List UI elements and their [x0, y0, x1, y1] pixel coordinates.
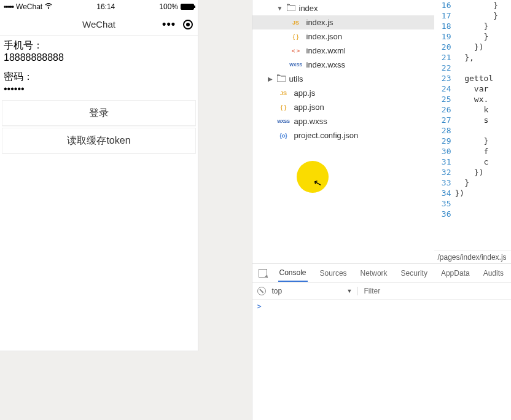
code-line[interactable]: s: [455, 115, 512, 125]
line-number: 36: [434, 209, 451, 219]
line-number: 32: [434, 167, 451, 177]
chevron-down-icon: ▼: [347, 288, 353, 294]
tab-audits[interactable]: Audits: [482, 264, 505, 282]
file-item[interactable]: < >index.wxml: [252, 44, 434, 58]
line-number: 17: [434, 10, 451, 21]
line-number: 23: [434, 73, 451, 84]
code-line[interactable]: }): [455, 42, 512, 52]
console-prompt-icon: >: [257, 302, 262, 311]
battery-icon: [181, 4, 194, 10]
tab-security[interactable]: Security: [400, 264, 429, 282]
code-line[interactable]: [455, 125, 512, 136]
code-line[interactable]: }: [455, 0, 512, 10]
folder-icon: [287, 4, 295, 13]
line-number: 29: [434, 136, 451, 146]
password-label: 密码：: [0, 67, 198, 84]
tab-console[interactable]: Console: [278, 264, 308, 282]
line-number: 34: [434, 188, 451, 198]
file-name: index.wxml: [306, 46, 346, 55]
line-number: 30: [434, 146, 451, 157]
phone-input[interactable]: 18888888888: [0, 52, 198, 67]
code-editor[interactable]: 1617181920212223242526272829303132333435…: [434, 0, 512, 263]
wxss-file-icon: WXSS: [277, 119, 291, 123]
file-item[interactable]: {o}project.config.json: [252, 128, 434, 142]
code-line[interactable]: }: [455, 21, 512, 31]
inspect-icon[interactable]: [259, 269, 267, 278]
line-number: 18: [434, 21, 451, 31]
line-number: 20: [434, 42, 451, 52]
line-number: 27: [434, 115, 451, 125]
code-line[interactable]: }: [455, 31, 512, 42]
breadcrumb[interactable]: /pages/index/index.js: [434, 250, 512, 263]
folder-utils[interactable]: ▶ utils: [252, 72, 434, 86]
chevron-down-icon: ▼: [277, 5, 283, 12]
navbar-actions: •••: [162, 18, 193, 31]
json-file-icon: { }: [289, 34, 303, 40]
chevron-right-icon: ▶: [267, 76, 273, 82]
context-select[interactable]: top ▼: [272, 287, 358, 295]
simulator-pane: ••••• WeChat 16:14 100% WeChat •••: [0, 0, 252, 420]
code-line[interactable]: }): [455, 188, 512, 198]
signal-dots-icon: •••••: [4, 2, 14, 11]
file-item[interactable]: { }app.json: [252, 100, 434, 114]
status-right: 100%: [159, 2, 194, 11]
file-name: index.js: [306, 18, 334, 27]
folder-icon: [277, 74, 286, 84]
code-line[interactable]: }): [455, 167, 512, 177]
tab-appdata[interactable]: AppData: [440, 264, 471, 282]
devtools-tabs: ConsoleSourcesNetworkSecurityAppDataAudi…: [252, 264, 512, 282]
app-root: ••••• WeChat 16:14 100% WeChat •••: [0, 0, 511, 420]
code-line[interactable]: wx.: [455, 94, 512, 104]
file-name: app.js: [294, 88, 316, 98]
more-icon[interactable]: •••: [162, 18, 176, 31]
file-item[interactable]: WXSSindex.wxss: [252, 58, 434, 72]
file-item[interactable]: WXSSapp.wxss: [252, 114, 434, 128]
tab-network[interactable]: Network: [359, 264, 389, 282]
devtools-pane: ▼ index JSindex.js{ }index.json< >index.…: [252, 0, 512, 420]
file-name: project.config.json: [294, 131, 359, 140]
code-line[interactable]: }: [455, 136, 512, 146]
code-line[interactable]: }: [455, 177, 512, 188]
code-line[interactable]: k: [455, 104, 512, 115]
tab-sources[interactable]: Sources: [319, 264, 348, 282]
phone-frame: ••••• WeChat 16:14 100% WeChat •••: [0, 0, 198, 351]
code-line[interactable]: [455, 63, 512, 73]
file-item[interactable]: JSindex.js: [252, 15, 434, 29]
clear-console-icon[interactable]: [257, 287, 266, 295]
folder-index[interactable]: ▼ index: [252, 1, 434, 15]
carrier-label: WeChat: [16, 2, 42, 11]
phone-label: 手机号：: [0, 36, 198, 52]
battery-pct-label: 100%: [159, 2, 178, 11]
clock-label: 16:14: [96, 2, 115, 11]
file-tree[interactable]: ▼ index JSindex.js{ }index.json< >index.…: [252, 0, 434, 263]
code-line[interactable]: var: [455, 84, 512, 94]
line-number: 31: [434, 157, 451, 167]
line-number: 26: [434, 104, 451, 115]
file-item[interactable]: JSapp.js: [252, 86, 434, 100]
js-file-icon: JS: [289, 20, 303, 26]
code-lines[interactable]: } } } } }) }, gettol var wx. k s } f c }…: [455, 0, 512, 250]
code-area[interactable]: 1617181920212223242526272829303132333435…: [434, 0, 512, 250]
wxss-file-icon: WXSS: [289, 63, 303, 67]
code-line[interactable]: f: [455, 146, 512, 157]
code-line[interactable]: gettol: [455, 73, 512, 84]
line-number: 16: [434, 0, 451, 10]
folder-label: index: [299, 4, 318, 13]
target-icon[interactable]: [183, 20, 193, 29]
cfg-file-icon: {o}: [277, 133, 291, 139]
code-line[interactable]: }: [455, 10, 512, 21]
file-name: index.json: [306, 32, 343, 41]
navbar-title: WeChat: [82, 19, 115, 29]
code-line[interactable]: },: [455, 52, 512, 63]
line-number: 22: [434, 63, 451, 73]
login-button[interactable]: 登录: [2, 100, 196, 126]
file-item[interactable]: { }index.json: [252, 29, 434, 44]
console-body[interactable]: >: [252, 300, 512, 420]
code-line[interactable]: c: [455, 157, 512, 167]
password-input[interactable]: ••••••: [0, 84, 198, 98]
code-line[interactable]: [455, 198, 512, 209]
read-token-button[interactable]: 读取缓存token: [2, 128, 196, 154]
filter-input[interactable]: [364, 287, 507, 295]
line-number: 35: [434, 198, 451, 209]
context-label: top: [272, 287, 283, 295]
